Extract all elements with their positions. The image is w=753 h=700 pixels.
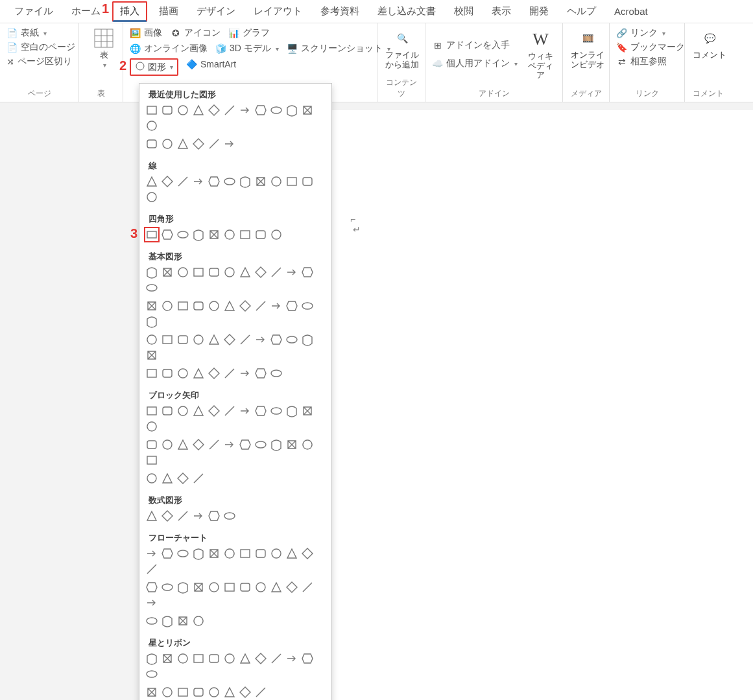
shape-item[interactable]: [238, 651, 252, 666]
shape-item[interactable]: [191, 103, 206, 117]
shape-item[interactable]: [145, 366, 159, 380]
shape-item[interactable]: [207, 438, 221, 452]
shape-item[interactable]: [207, 332, 221, 347]
my-addins-button[interactable]: ☁️個人用アドイン▾: [432, 58, 518, 69]
shape-item[interactable]: [238, 228, 252, 242]
tab-developer[interactable]: 開発: [523, 3, 555, 20]
shape-item[interactable]: [176, 509, 190, 523]
shape-item[interactable]: [160, 404, 174, 418]
icons-button[interactable]: ✪アイコン: [170, 27, 221, 39]
shape-item[interactable]: [238, 580, 252, 594]
shape-item[interactable]: [160, 366, 174, 380]
shape-item[interactable]: [222, 174, 237, 189]
shape-item[interactable]: [254, 546, 268, 561]
shape-item[interactable]: [285, 438, 299, 452]
shape-item[interactable]: [269, 174, 283, 189]
shape-item[interactable]: [285, 332, 299, 347]
shape-item[interactable]: [238, 103, 252, 117]
shapes-button[interactable]: 2図形▾: [130, 58, 178, 76]
shape-item[interactable]: [254, 404, 268, 418]
shape-item[interactable]: [207, 651, 221, 666]
shape-item[interactable]: [160, 332, 174, 347]
shape-item[interactable]: [191, 580, 206, 594]
get-addins-button[interactable]: ⊞アドインを入手: [432, 40, 518, 51]
shape-item[interactable]: [191, 137, 206, 151]
page-break-button[interactable]: ⤮ページ区切り: [6, 56, 72, 67]
shape-item[interactable]: [285, 546, 299, 561]
shape-item[interactable]: [238, 546, 252, 561]
shape-item[interactable]: [160, 685, 174, 699]
shape-item[interactable]: [254, 299, 268, 313]
shape-item[interactable]: [176, 651, 190, 666]
shape-item[interactable]: [207, 228, 221, 242]
shape-item[interactable]: [222, 685, 237, 699]
shape-item[interactable]: [160, 471, 174, 485]
shape-item[interactable]: [222, 580, 237, 594]
shape-item[interactable]: [160, 299, 174, 313]
shape-item[interactable]: [145, 404, 159, 418]
tab-layout[interactable]: レイアウト: [247, 3, 309, 20]
shape-item[interactable]: [145, 314, 159, 329]
shape-item[interactable]: [176, 332, 190, 347]
add-from-file-button[interactable]: 🔍 ファイルから追加: [384, 27, 420, 70]
shape-item[interactable]: [254, 228, 268, 242]
shape-item[interactable]: [207, 546, 221, 561]
shape-item[interactable]: [145, 614, 159, 628]
shape-item[interactable]: [145, 119, 159, 133]
shape-item[interactable]: [285, 103, 299, 117]
shape-item[interactable]: [145, 453, 159, 467]
table-button[interactable]: 表▾: [86, 27, 122, 70]
shape-item[interactable]: [238, 265, 252, 279]
shape-item[interactable]: [269, 438, 283, 452]
shape-item[interactable]: [160, 103, 174, 117]
shape-item[interactable]: [238, 404, 252, 418]
shape-item[interactable]: [145, 332, 159, 347]
shape-item[interactable]: [176, 299, 190, 313]
shape-item[interactable]: [160, 228, 174, 242]
comment-button[interactable]: 💬 コメント: [691, 27, 728, 60]
shape-item[interactable]: [285, 299, 299, 313]
shape-item[interactable]: [300, 103, 315, 117]
shape-item[interactable]: [145, 667, 159, 681]
shape-item[interactable]: [191, 404, 206, 418]
shape-item[interactable]: [300, 438, 315, 452]
shape-item[interactable]: [145, 509, 159, 523]
shape-item[interactable]: [285, 651, 299, 666]
tab-draw[interactable]: 描画: [152, 3, 185, 20]
shape-item[interactable]: [254, 174, 268, 189]
shape-item[interactable]: [191, 685, 206, 699]
shape-item[interactable]: [285, 580, 299, 594]
shape-item[interactable]: [285, 174, 299, 189]
3d-models-button[interactable]: 🧊3D モデル▾: [215, 43, 279, 54]
shape-item[interactable]: [222, 404, 237, 418]
shape-item[interactable]: [254, 685, 268, 699]
shape-item[interactable]: [269, 546, 283, 561]
shape-item[interactable]: [238, 685, 252, 699]
shape-item[interactable]: [207, 580, 221, 594]
shape-item[interactable]: [191, 614, 206, 628]
shape-item[interactable]: [254, 580, 268, 594]
shape-item[interactable]: [145, 580, 159, 594]
wikipedia-button[interactable]: W ウィキペディア: [525, 29, 556, 81]
shape-item[interactable]: [269, 103, 283, 117]
shape-item[interactable]: [222, 265, 237, 279]
shape-item[interactable]: 3: [145, 228, 159, 242]
shape-item[interactable]: [160, 174, 174, 189]
shape-item[interactable]: [191, 438, 206, 452]
bookmark-button[interactable]: 🔖ブックマーク: [616, 41, 678, 53]
shape-item[interactable]: [207, 509, 221, 523]
shape-item[interactable]: [222, 332, 237, 347]
shape-item[interactable]: [300, 332, 315, 347]
shape-item[interactable]: [145, 103, 159, 117]
shape-item[interactable]: [238, 332, 252, 347]
shape-item[interactable]: [269, 366, 283, 380]
shape-item[interactable]: [222, 228, 237, 242]
shape-item[interactable]: [269, 332, 283, 347]
shape-item[interactable]: [160, 546, 174, 561]
tab-insert[interactable]: 1挿入: [112, 1, 147, 22]
shape-item[interactable]: [269, 265, 283, 279]
shape-item[interactable]: [254, 265, 268, 279]
tab-file[interactable]: ファイル: [8, 3, 60, 20]
shape-item[interactable]: [207, 137, 221, 151]
shape-item[interactable]: [145, 438, 159, 452]
